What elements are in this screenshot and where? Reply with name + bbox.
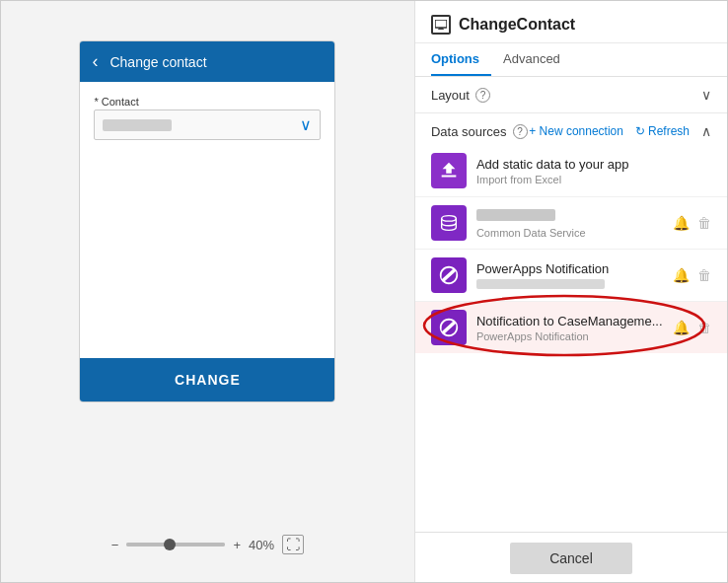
ds-name-powerapps-notif: PowerApps Notification — [476, 261, 673, 276]
delete-icon-case[interactable]: 🗑 — [697, 320, 711, 335]
rp-tabs: Options Advanced — [415, 43, 727, 77]
ds-icon-db — [431, 205, 467, 241]
layout-label: Layout ? — [431, 88, 490, 103]
dropdown-value — [103, 119, 172, 131]
ds-name-case-notif: Notification to CaseManageme... — [476, 314, 673, 328]
datasources-help-icon[interactable]: ? — [513, 124, 528, 139]
delete-icon-cds[interactable]: 🗑 — [697, 215, 711, 231]
ds-item-case-notif[interactable]: Notification to CaseManageme... PowerApp… — [415, 302, 727, 353]
new-connection-button[interactable]: + New connection — [529, 124, 623, 138]
ds-sub-case-notif: PowerApps Notification — [476, 330, 673, 342]
ds-info-powerapps-notif: PowerApps Notification — [476, 261, 673, 289]
phone-title: Change contact — [109, 54, 206, 70]
expand-icon[interactable]: ⛶ — [282, 535, 304, 554]
screen-svg — [435, 20, 447, 30]
ds-info-case-notif: Notification to CaseManageme... PowerApp… — [476, 314, 673, 342]
refresh-icon: ↻ — [635, 124, 645, 138]
rp-footer: Cancel — [415, 532, 727, 583]
tab-options[interactable]: Options — [431, 43, 491, 76]
phone-header: ‹ Change contact — [80, 41, 334, 82]
ds-item-cds[interactable]: Common Data Service 🔔 🗑 — [415, 197, 727, 250]
ds-sub-powerapps-notif — [476, 279, 605, 289]
zoom-slider-thumb — [164, 539, 176, 550]
info-icon-case[interactable]: 🔔 — [673, 320, 690, 335]
datasources-chevron-icon[interactable]: ∧ — [701, 123, 711, 139]
info-icon-cds[interactable]: 🔔 — [673, 215, 690, 231]
ds-sub-static: Import from Excel — [476, 174, 711, 185]
layout-section: Layout ? ∨ — [415, 77, 727, 113]
ds-icon-upload — [431, 153, 467, 188]
rp-title: ChangeContact — [459, 16, 575, 34]
ds-actions-cds: 🔔 🗑 — [673, 215, 711, 231]
data-sources-header: Data sources ? + New connection ↻ Refres… — [415, 113, 727, 145]
zoom-minus[interactable]: − — [111, 538, 119, 552]
ds-icon-notify-2 — [431, 310, 467, 345]
ds-sub-cds: Common Data Service — [476, 227, 673, 239]
ds-icon-notify-1 — [431, 257, 467, 293]
data-sources-list: Add static data to your app Import from … — [415, 145, 727, 532]
zoom-bar: − + 40% ⛶ — [1, 535, 414, 554]
db-svg — [438, 212, 460, 234]
svg-point-4 — [442, 216, 457, 222]
back-button[interactable]: ‹ — [92, 51, 98, 72]
zoom-slider-track — [126, 543, 225, 547]
ds-info-static: Add static data to your app Import from … — [476, 157, 711, 185]
layout-chevron-icon[interactable]: ∨ — [701, 87, 711, 103]
ds-item-powerapps-notif[interactable]: PowerApps Notification 🔔 🗑 — [415, 250, 727, 302]
ds-info-cds: Common Data Service — [476, 207, 673, 239]
phone-body: * Contact ∨ — [80, 82, 334, 358]
ds-actions-case-notif: 🔔 🗑 — [673, 320, 711, 335]
zoom-percent: 40% — [249, 538, 274, 552]
info-icon-notif[interactable]: 🔔 — [673, 267, 690, 283]
ds-name-cds-blurred — [476, 209, 555, 221]
cancel-button[interactable]: Cancel — [510, 543, 632, 574]
change-button[interactable]: CHANGE — [80, 358, 334, 401]
rp-header: ChangeContact — [415, 1, 727, 43]
right-panel: ChangeContact Options Advanced Layout ? … — [414, 1, 727, 583]
phone-frame: ‹ Change contact * Contact ∨ CHANGE — [79, 40, 335, 402]
contact-field-label: * Contact — [94, 96, 321, 108]
left-panel: ‹ Change contact * Contact ∨ CHANGE − + … — [1, 1, 414, 583]
chevron-down-icon: ∨ — [300, 115, 312, 134]
data-sources-label: Data sources ? — [431, 124, 528, 139]
contact-dropdown[interactable]: ∨ — [94, 109, 321, 140]
layout-help-icon[interactable]: ? — [475, 88, 490, 103]
zoom-plus[interactable]: + — [233, 538, 241, 552]
ds-name-static: Add static data to your app — [476, 157, 711, 172]
notify-svg-1 — [438, 264, 460, 286]
svg-rect-0 — [435, 20, 447, 28]
refresh-button[interactable]: ↻ Refresh — [635, 124, 690, 138]
delete-icon-notif[interactable]: 🗑 — [697, 267, 711, 283]
ds-item-static[interactable]: Add static data to your app Import from … — [415, 145, 727, 197]
notify-svg-2 — [438, 317, 460, 338]
tab-advanced[interactable]: Advanced — [503, 43, 572, 76]
upload-svg — [438, 160, 460, 182]
ds-actions: + New connection ↻ Refresh ∧ — [529, 123, 711, 139]
phone-spacer — [94, 140, 321, 258]
screen-icon — [431, 15, 451, 35]
zoom-slider[interactable] — [126, 543, 225, 547]
ds-actions-powerapps-notif: 🔔 🗑 — [673, 267, 711, 283]
